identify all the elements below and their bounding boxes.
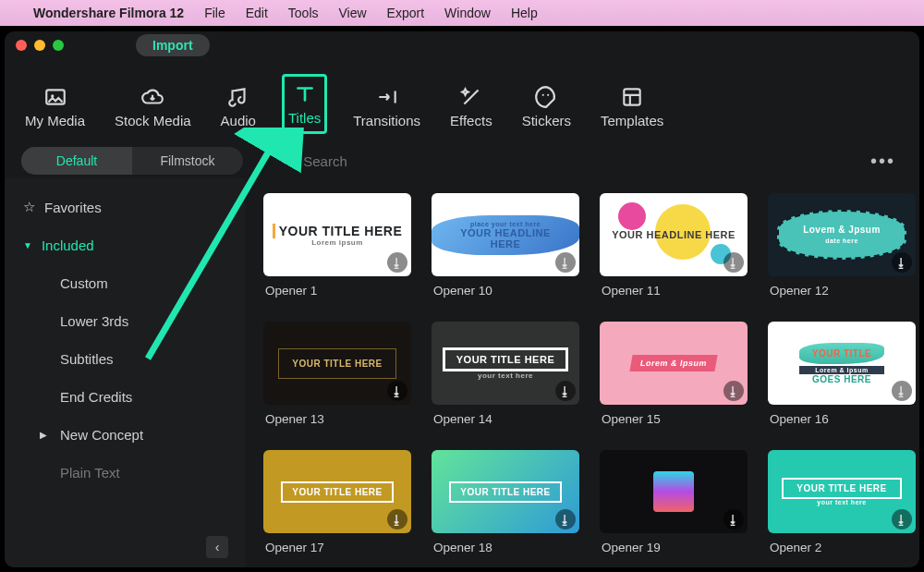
sidebar-item-new-concept[interactable]: ▶ New Concept: [5, 416, 245, 454]
app-name[interactable]: Wondershare Filmora 12: [33, 6, 184, 20]
tab-stock-media[interactable]: Stock Media: [111, 79, 195, 134]
cloud-download-icon: [140, 85, 164, 109]
import-button[interactable]: Import: [136, 34, 210, 56]
library-tabs: My Media Stock Media Audio Titles Transi…: [5, 59, 919, 143]
title-grid-scroll[interactable]: YOUR TITLE HERE Lorem ipsum ⭳ Opener 1 p…: [245, 178, 919, 567]
sticker-icon: [534, 85, 558, 109]
title-thumbnail: YOUR HEADLINE HERE ⭳: [600, 193, 748, 276]
library-body: ☆ Favorites ▼ Included Custom Lower 3rds…: [5, 178, 919, 567]
toggle-default[interactable]: Default: [21, 147, 132, 175]
download-icon[interactable]: ⭳: [387, 509, 407, 529]
more-options-button[interactable]: •••: [863, 151, 903, 172]
download-icon[interactable]: ⭳: [555, 381, 576, 401]
close-window-button[interactable]: [16, 40, 27, 51]
sidebar-item-end-credits[interactable]: End Credits: [5, 378, 245, 416]
menu-tools[interactable]: Tools: [288, 6, 319, 20]
tab-stickers-label: Stickers: [522, 113, 571, 128]
tab-templates[interactable]: Templates: [597, 79, 667, 134]
minimize-window-button[interactable]: [34, 40, 45, 51]
wand-icon: [459, 85, 483, 109]
tab-my-media[interactable]: My Media: [21, 79, 89, 134]
download-icon[interactable]: ⭳: [387, 381, 407, 401]
sidebar-item-custom[interactable]: Custom: [5, 264, 245, 302]
svg-rect-4: [625, 89, 640, 104]
title-card-label: Opener 13: [263, 405, 411, 426]
sidebar-collapse-button[interactable]: ‹: [206, 536, 228, 558]
download-icon[interactable]: ⭳: [892, 252, 912, 273]
sidebar-item-lower-3rds[interactable]: Lower 3rds: [5, 302, 245, 340]
app-window: Import My Media Stock Media Audio Titles…: [5, 31, 919, 567]
svg-point-5: [283, 155, 291, 164]
title-card[interactable]: Lorem & Ipsum ⭳ Opener 15: [600, 322, 748, 426]
tab-audio[interactable]: Audio: [217, 79, 260, 134]
tab-effects-label: Effects: [450, 113, 492, 128]
tab-transitions[interactable]: Transitions: [349, 79, 424, 134]
title-card[interactable]: YOUR TITLE HEREyour text here ⭳ Opener 1…: [432, 322, 579, 426]
menu-view[interactable]: View: [339, 6, 367, 20]
title-thumbnail: place your text hereYOUR HEADLINE HERE ⭳: [432, 193, 579, 276]
sidebar-item-subtitles[interactable]: Subtitles: [5, 340, 245, 378]
zoom-window-button[interactable]: [53, 40, 64, 51]
tab-stickers[interactable]: Stickers: [518, 79, 575, 134]
svg-point-3: [547, 94, 549, 96]
download-icon[interactable]: ⭳: [892, 509, 912, 529]
title-card[interactable]: ⭳ Opener 19: [600, 450, 748, 554]
menu-export[interactable]: Export: [387, 6, 424, 20]
download-icon[interactable]: ⭳: [892, 381, 912, 401]
category-sidebar: ☆ Favorites ▼ Included Custom Lower 3rds…: [5, 178, 245, 567]
title-card-label: Opener 10: [432, 276, 579, 298]
music-note-icon: [226, 85, 250, 109]
title-card-label: Opener 19: [600, 533, 748, 554]
title-card[interactable]: Lovem & Jpsumdate here ⭳ Opener 12: [768, 193, 916, 298]
download-icon[interactable]: ⭳: [723, 252, 744, 273]
title-thumbnail: YOUR TITLE HERE ⭳: [432, 450, 579, 533]
title-grid: YOUR TITLE HERE Lorem ipsum ⭳ Opener 1 p…: [263, 193, 901, 567]
menu-edit[interactable]: Edit: [246, 6, 268, 20]
tab-titles[interactable]: Titles: [282, 74, 327, 134]
title-card[interactable]: YOUR TITLELorem & IpsumGOES HERE ⭳ Opene…: [768, 322, 916, 426]
search-input[interactable]: [303, 153, 845, 169]
title-card[interactable]: YOUR HEADLINE HERE ⭳ Opener 11: [600, 193, 748, 298]
title-thumbnail: ⭳: [600, 450, 748, 533]
tab-audio-label: Audio: [221, 113, 256, 128]
title-card[interactable]: YOUR TITLE HERE Lorem ipsum ⭳ Opener 1: [263, 193, 411, 298]
title-thumbnail: YOUR TITLE HERE ⭳: [263, 322, 411, 405]
search-icon: [280, 152, 296, 169]
title-card[interactable]: place your text hereYOUR HEADLINE HERE ⭳…: [432, 193, 579, 298]
title-thumbnail: Lorem & Ipsum ⭳: [600, 322, 748, 405]
search-box: [280, 152, 845, 169]
title-card-label: Opener 11: [600, 276, 748, 298]
download-icon[interactable]: ⭳: [723, 381, 744, 401]
title-card-label: Opener 1: [263, 276, 411, 298]
download-icon[interactable]: ⭳: [555, 509, 576, 529]
download-icon[interactable]: ⭳: [555, 252, 576, 273]
title-card[interactable]: YOUR TITLE HEREyour text here ⭳ Opener 2: [768, 450, 916, 554]
menu-window[interactable]: Window: [444, 6, 491, 20]
title-card-label: Opener 12: [768, 276, 916, 298]
title-thumbnail: YOUR TITLE HERE Lorem ipsum ⭳: [263, 193, 411, 276]
source-toggle: Default Filmstock: [21, 147, 243, 175]
title-thumbnail: YOUR TITLE HEREyour text here ⭳: [768, 450, 916, 533]
media-icon: [43, 85, 67, 109]
sidebar-favorites-label: Favorites: [44, 200, 102, 215]
title-card[interactable]: YOUR TITLE HERE ⭳ Opener 13: [263, 322, 411, 426]
tab-effects[interactable]: Effects: [446, 79, 496, 134]
menu-help[interactable]: Help: [511, 6, 538, 20]
title-card[interactable]: YOUR TITLE HERE ⭳ Opener 18: [432, 450, 579, 554]
tab-stock-media-label: Stock Media: [115, 113, 191, 128]
sidebar-favorites[interactable]: ☆ Favorites: [5, 188, 245, 226]
download-icon[interactable]: ⭳: [723, 509, 744, 529]
transitions-icon: [375, 85, 399, 109]
star-icon: ☆: [23, 199, 35, 215]
download-icon[interactable]: ⭳: [387, 252, 407, 273]
sidebar-included[interactable]: ▼ Included: [5, 226, 245, 264]
layout-icon: [620, 85, 644, 109]
menu-file[interactable]: File: [204, 6, 225, 20]
title-card-label: Opener 14: [432, 405, 579, 426]
toggle-filmstock[interactable]: Filmstock: [132, 147, 243, 175]
title-card[interactable]: YOUR TITLE HERE ⭳ Opener 17: [263, 450, 411, 554]
tab-titles-label: Titles: [288, 110, 321, 126]
title-thumbnail: YOUR TITLE HERE ⭳: [263, 450, 411, 533]
sidebar-item-plain-text[interactable]: Plain Text: [5, 454, 245, 492]
window-traffic-lights: [16, 40, 64, 51]
